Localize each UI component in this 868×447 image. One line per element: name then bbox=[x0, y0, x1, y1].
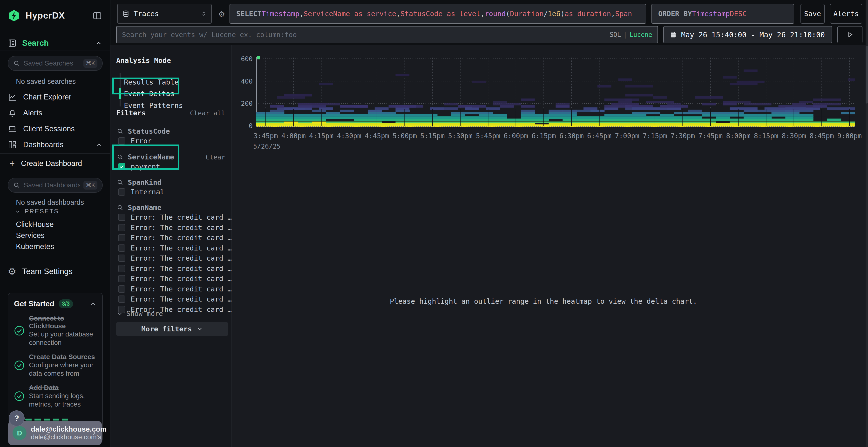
sidebar-item-chart-explorer[interactable]: Chart Explorer bbox=[0, 89, 110, 105]
checkbox-unchecked[interactable] bbox=[118, 254, 125, 262]
search-input[interactable] bbox=[122, 31, 606, 39]
save-button[interactable]: Save bbox=[801, 4, 825, 24]
saved-dashboards-input[interactable] bbox=[24, 181, 80, 189]
show-more-link[interactable]: Show more bbox=[117, 310, 163, 318]
y-axis-tick-label: 200 bbox=[232, 100, 253, 107]
lang-sql-option[interactable]: SQL bbox=[610, 31, 621, 38]
collapse-sidebar-icon[interactable] bbox=[92, 10, 102, 21]
filter-group-spankind[interactable]: SpanKind bbox=[117, 178, 161, 186]
run-query-button[interactable] bbox=[837, 26, 863, 43]
lang-lucene-option[interactable]: Lucene bbox=[629, 31, 652, 38]
user-menu[interactable]: D dale@clickhouse.com dale@clickhouse.co… bbox=[8, 421, 102, 445]
database-icon bbox=[122, 10, 130, 18]
checkbox-unchecked[interactable] bbox=[118, 244, 125, 252]
laptop-icon bbox=[8, 124, 17, 133]
event-search-bar[interactable]: SQL|Lucene bbox=[116, 26, 658, 43]
checkbox-unchecked[interactable] bbox=[118, 275, 125, 282]
filter-group-statuscode[interactable]: StatusCode bbox=[117, 127, 170, 135]
x-axis-tick-label: 4:00pm bbox=[281, 132, 306, 140]
filter-option-row[interactable]: Error: The credit card … bbox=[118, 265, 232, 273]
preset-dashboard-services[interactable]: Services bbox=[16, 231, 44, 240]
filter-option-row[interactable]: Error: The credit card … bbox=[118, 285, 232, 293]
sql-token: ( bbox=[506, 10, 510, 18]
presets-label: PRESETS bbox=[25, 208, 59, 215]
sidebar-item-search[interactable]: Search bbox=[0, 36, 110, 51]
more-filters-button[interactable]: More filters bbox=[116, 322, 228, 336]
x-axis-tick-label: 6:15pm bbox=[531, 132, 556, 140]
filter-group-name: SpanKind bbox=[128, 178, 161, 186]
checkbox-unchecked[interactable] bbox=[118, 265, 125, 272]
checkbox-unchecked[interactable] bbox=[118, 224, 125, 231]
analysis-mode-event-patterns[interactable]: Event Patterns bbox=[124, 101, 183, 110]
user-email: dale@clickhouse.com bbox=[31, 425, 86, 433]
presets-toggle[interactable]: PRESETS bbox=[14, 208, 59, 215]
no-saved-dashboards-note: No saved dashboards bbox=[16, 199, 84, 206]
x-axis-tick-label: 4:15pm bbox=[309, 132, 334, 140]
sidebar-item-alerts[interactable]: Alerts bbox=[0, 105, 110, 121]
filter-option-row[interactable]: Error: The credit card … bbox=[118, 295, 232, 303]
sql-token: Timestamp bbox=[692, 10, 730, 18]
time-range-value: May 26 15:40:00 - May 26 21:10:00 bbox=[681, 31, 825, 39]
duration-heatmap[interactable] bbox=[256, 56, 855, 127]
sidebar-item-client-sessions[interactable]: Client Sessions bbox=[0, 121, 110, 137]
y-axis-tick-label: 400 bbox=[232, 77, 253, 85]
help-button[interactable]: ? bbox=[9, 410, 25, 426]
filter-option-row[interactable]: Error: The credit card … bbox=[118, 254, 232, 262]
sidebar-item-dashboards[interactable]: Dashboards bbox=[0, 137, 110, 153]
get-started-item[interactable]: Add DataStart sending logs, metrics, or … bbox=[14, 384, 96, 409]
saved-searches-input[interactable] bbox=[24, 60, 80, 67]
x-axis-tick-label: 7:15pm bbox=[643, 132, 667, 140]
create-dashboard-button[interactable]: + Create Dashboard bbox=[10, 159, 82, 169]
clear-all-link[interactable]: Clear all bbox=[190, 109, 225, 117]
query-language-toggle[interactable]: SQL|Lucene bbox=[610, 31, 652, 38]
filter-option-row[interactable]: Error: The credit card … bbox=[118, 224, 232, 232]
scrollbar-thumb[interactable] bbox=[866, 46, 868, 104]
gear-icon: ⚙ bbox=[8, 266, 17, 277]
x-axis-tick-label: 8:00pm bbox=[726, 132, 751, 140]
checkbox-unchecked[interactable] bbox=[118, 285, 125, 293]
filter-group-spanname[interactable]: SpanName bbox=[117, 204, 161, 212]
filter-option-row[interactable]: Error: The credit card … bbox=[118, 275, 232, 283]
obscured-text-fragment bbox=[25, 419, 71, 420]
hyperdx-logo-icon bbox=[8, 9, 20, 22]
dashboards-icon bbox=[8, 140, 17, 149]
x-axis-tick-label: 6:00pm bbox=[504, 132, 528, 140]
play-icon bbox=[846, 31, 854, 38]
clear-filter-link[interactable]: Clear bbox=[206, 153, 225, 161]
page-scrollbar[interactable] bbox=[866, 0, 868, 447]
checkbox-unchecked[interactable] bbox=[118, 137, 125, 144]
chevron-up-icon[interactable] bbox=[90, 301, 96, 307]
get-started-item[interactable]: Connect to ClickHouseSet up your databas… bbox=[14, 314, 96, 347]
show-more-label: Show more bbox=[126, 310, 163, 318]
sidebar-item-label: Alerts bbox=[23, 109, 102, 117]
get-started-item[interactable]: Create Data SourcesConfigure where your … bbox=[14, 353, 96, 378]
chevron-up-icon[interactable] bbox=[95, 39, 102, 47]
sql-token: SELECT bbox=[236, 10, 261, 18]
filter-option-row[interactable]: Internal bbox=[118, 188, 164, 196]
sidebar-item-team-settings[interactable]: ⚙ Team Settings bbox=[0, 263, 110, 280]
brand-name: HyperDX bbox=[26, 10, 87, 21]
analysis-mode-label: Analysis Mode bbox=[116, 56, 171, 65]
source-settings-gear-icon[interactable]: ⚙ bbox=[216, 8, 227, 20]
filter-option-row[interactable]: Error bbox=[118, 137, 152, 145]
saved-searches-search[interactable]: ⌘K bbox=[8, 56, 103, 71]
filter-group-name: StatusCode bbox=[128, 127, 170, 135]
saved-dashboards-search[interactable]: ⌘K bbox=[8, 178, 103, 193]
sql-select-editor[interactable]: SELECT Timestamp, ServiceName as service… bbox=[229, 4, 646, 24]
filter-option-row[interactable]: Error: The credit card … bbox=[118, 213, 232, 221]
get-started-item-title: Add Data bbox=[29, 384, 96, 391]
create-dashboard-label: Create Dashboard bbox=[21, 159, 82, 168]
time-range-picker[interactable]: May 26 15:40:00 - May 26 21:10:00 bbox=[663, 26, 832, 43]
preset-dashboard-clickhouse[interactable]: ClickHouse bbox=[16, 220, 54, 229]
checkbox-unchecked[interactable] bbox=[118, 188, 125, 196]
checkbox-unchecked[interactable] bbox=[118, 234, 125, 241]
filter-option-row[interactable]: Error: The credit card … bbox=[118, 234, 232, 242]
sql-orderby-editor[interactable]: ORDER BY Timestamp DESC bbox=[651, 4, 794, 24]
alerts-button[interactable]: Alerts bbox=[830, 4, 862, 24]
checkbox-unchecked[interactable] bbox=[118, 214, 125, 221]
preset-dashboard-kubernetes[interactable]: Kubernetes bbox=[16, 242, 54, 251]
source-select[interactable]: Traces bbox=[117, 4, 212, 24]
filter-option-row[interactable]: Error: The credit card … bbox=[118, 244, 232, 252]
brand-row: HyperDX bbox=[0, 0, 110, 31]
checkbox-unchecked[interactable] bbox=[118, 296, 125, 303]
